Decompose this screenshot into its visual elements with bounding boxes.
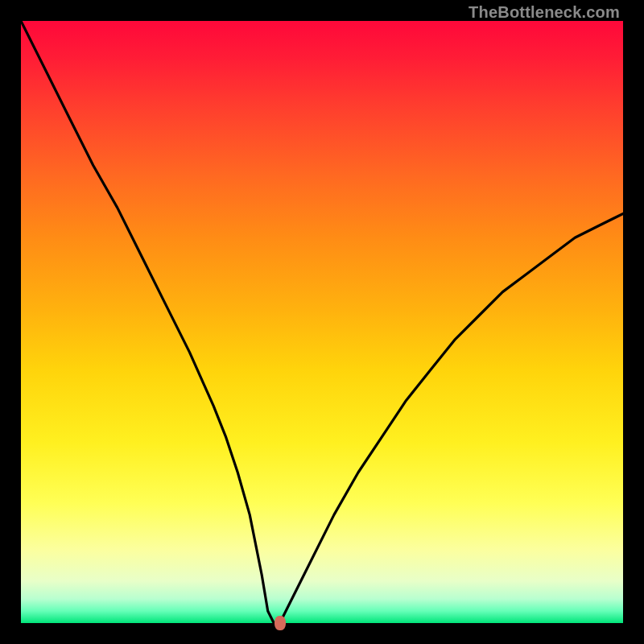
bottleneck-curve (21, 21, 623, 623)
watermark-text: TheBottleneck.com (469, 3, 620, 22)
minimum-marker (275, 616, 286, 630)
plot-area (21, 21, 623, 623)
chart-frame: TheBottleneck.com (0, 0, 644, 644)
